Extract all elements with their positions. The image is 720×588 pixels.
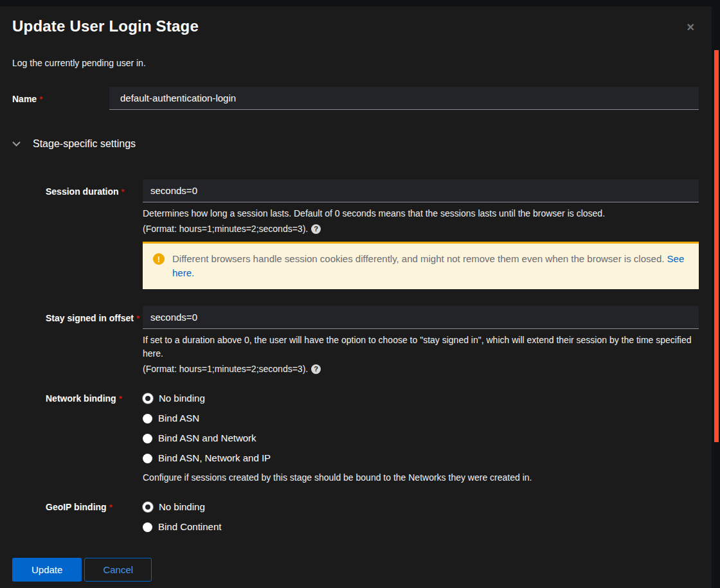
required-asterisk: * <box>109 503 113 512</box>
scrollbar-thumb[interactable] <box>714 50 719 442</box>
radio-selected-icon[interactable] <box>143 502 153 512</box>
radio-option-bind-asn-network-ip[interactable]: Bind ASN, Network and IP <box>143 452 699 464</box>
radio-option-geoip-no-binding[interactable]: No binding <box>143 501 699 513</box>
backdrop-top-strip <box>0 0 720 6</box>
warning-icon: ! <box>153 253 165 265</box>
radio-unselected-icon[interactable] <box>143 522 152 532</box>
radio-unselected-icon[interactable] <box>143 434 152 443</box>
expander-content: Session duration* Determines how long a … <box>46 179 699 541</box>
name-input[interactable] <box>109 87 699 110</box>
radio-option-bind-asn-network[interactable]: Bind ASN and Network <box>143 432 699 444</box>
required-asterisk: * <box>122 187 125 197</box>
scrollbar-track[interactable] <box>712 0 720 588</box>
expander-label: Stage-specific settings <box>33 138 136 150</box>
radio-unselected-icon[interactable] <box>143 414 152 423</box>
help-question-icon[interactable]: ? <box>311 364 321 374</box>
required-asterisk: * <box>39 94 42 104</box>
session-duration-label: Session duration* <box>46 179 143 198</box>
geoip-binding-label: GeoIP binding* <box>46 501 143 513</box>
radio-option-no-binding[interactable]: No binding <box>143 393 699 404</box>
required-asterisk: * <box>136 314 140 323</box>
network-binding-label: Network binding* <box>46 393 143 405</box>
required-asterisk: * <box>119 394 122 404</box>
modal-footer: Update Cancel <box>12 558 699 582</box>
session-duration-form-group: Session duration* Determines how long a … <box>46 179 699 289</box>
radio-selected-icon[interactable] <box>143 393 153 404</box>
name-form-group: Name* <box>12 87 699 110</box>
stay-signed-in-offset-help: If set to a duration above 0, the user w… <box>143 334 699 361</box>
help-question-icon[interactable]: ? <box>311 224 321 234</box>
session-duration-help: Determines how long a session lasts. Def… <box>143 207 699 220</box>
network-binding-help: Configure if sessions created by this st… <box>143 471 699 485</box>
modal-description: Log the currently pending user in. <box>12 58 699 68</box>
radio-option-bind-continent[interactable]: Bind Continent <box>143 521 699 533</box>
modal-header: Update User Login Stage ✕ <box>12 17 699 35</box>
cancel-button[interactable]: Cancel <box>84 558 152 582</box>
session-duration-format-hint: (Format: hours=1;minutes=2;seconds=3). ? <box>143 222 699 236</box>
update-user-login-stage-modal: Update User Login Stage ✕ Log the curren… <box>0 6 712 582</box>
page-title: Update User Login Stage <box>12 17 199 35</box>
radio-option-bind-asn[interactable]: Bind ASN <box>143 413 699 424</box>
session-cookie-warning-alert: ! Different browsers handle session cook… <box>143 242 699 289</box>
warning-text: Different browsers handle session cookie… <box>172 252 688 280</box>
close-icon[interactable]: ✕ <box>683 20 699 35</box>
stay-signed-in-offset-input[interactable] <box>143 306 699 329</box>
network-binding-form-group: Network binding* No binding Bind ASN Bin… <box>46 393 699 485</box>
stay-signed-in-offset-form-group: Stay signed in offset* If set to a durat… <box>46 306 699 376</box>
geoip-binding-form-group: GeoIP binding* No binding Bind Continent <box>46 501 699 541</box>
stay-signed-in-offset-format-hint: (Format: hours=1;minutes=2;seconds=3). ? <box>143 362 699 376</box>
name-label: Name* <box>12 87 109 105</box>
chevron-down-icon <box>12 141 33 147</box>
stay-signed-in-offset-label: Stay signed in offset* <box>46 306 143 325</box>
radio-unselected-icon[interactable] <box>143 454 152 463</box>
session-duration-input[interactable] <box>143 179 699 202</box>
update-button[interactable]: Update <box>12 558 82 582</box>
stage-specific-settings-expander[interactable]: Stage-specific settings <box>12 138 699 150</box>
